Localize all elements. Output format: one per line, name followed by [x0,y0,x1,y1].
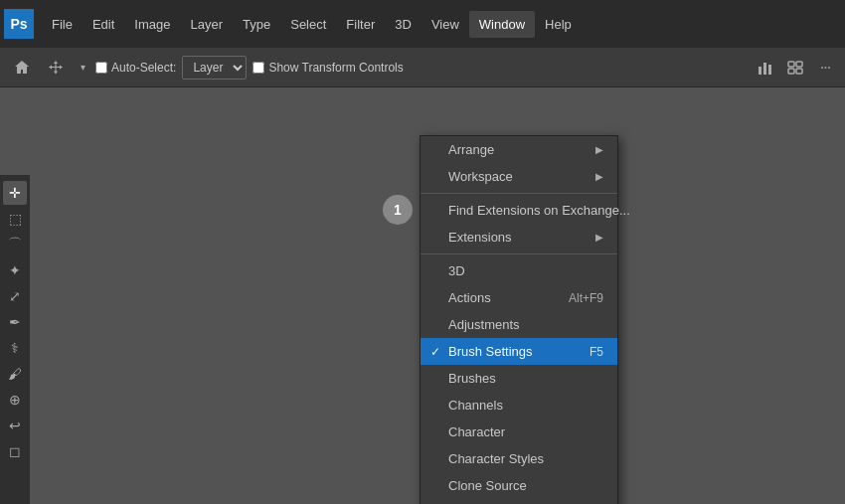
menu-select[interactable]: Select [280,11,336,38]
menu-brush-settings[interactable]: ✓ Brush Settings F5 [421,338,617,365]
menu-3d[interactable]: 3D [421,257,617,284]
layer-select[interactable]: Layer [182,56,247,80]
brush-tool[interactable]: 🖌 [3,362,27,386]
brush-settings-check-icon: ✓ [430,345,440,359]
ps-logo: Ps [4,9,34,39]
menu-workspace[interactable]: Workspace ▶ [421,163,617,190]
workspace-arrow-icon: ▶ [595,171,603,182]
menu-type[interactable]: Type [233,11,280,38]
menu-character[interactable]: Character [421,419,617,445]
menu-brushes[interactable]: Brushes [421,365,617,392]
show-transform-label: Show Transform Controls [253,61,403,75]
spot-heal-tool[interactable]: ⚕ [3,336,27,360]
menu-help[interactable]: Help [535,11,582,38]
menu-view[interactable]: View [422,11,469,38]
clone-tool[interactable]: ⊕ [3,388,27,412]
history-brush-tool[interactable]: ↩ [3,414,27,437]
more-options-icon[interactable]: ··· [813,56,837,80]
menu-extensions[interactable]: Extensions ▶ [421,224,617,251]
move-tool[interactable]: ✛ [3,181,27,205]
menu-character-styles[interactable]: Character Styles [421,445,617,472]
show-transform-checkbox[interactable] [253,62,264,74]
marquee-tool[interactable]: ⬚ [3,207,27,231]
window-dropdown-menu: Arrange ▶ Workspace ▶ Find Extensions on… [420,135,618,504]
extensions-arrow-icon: ▶ [595,232,603,243]
separator-2 [421,253,617,254]
left-toolbar: ✛ ⬚ ⌒ ✦ ⤢ ✒ ⚕ 🖌 ⊕ ↩ ◻ [0,175,30,504]
menu-actions[interactable]: Actions Alt+F9 [421,284,617,311]
move-tool-icon[interactable] [42,54,70,82]
toolbar-right: ··· [754,56,837,80]
menu-clone-source[interactable]: Clone Source [421,472,617,499]
menu-find-extensions[interactable]: Find Extensions on Exchange... [421,197,617,224]
menu-adjustments[interactable]: Adjustments [421,311,617,338]
brush-settings-shortcut: F5 [590,345,603,359]
eraser-tool[interactable]: ◻ [3,439,27,463]
crop-tool[interactable]: ⤢ [3,284,27,308]
step-badge: 1 [383,195,413,225]
lasso-tool[interactable]: ⌒ [3,233,27,256]
svg-rect-5 [788,69,794,74]
menu-edit[interactable]: Edit [83,11,124,38]
menu-filter[interactable]: Filter [336,11,385,38]
svg-rect-4 [796,62,802,67]
menu-layer[interactable]: Layer [181,11,234,38]
menu-window[interactable]: Window [469,11,535,38]
auto-select-label: Auto-Select: [95,61,176,75]
menu-color[interactable]: ✓ Color F6 [421,499,617,504]
toolbar-row: ▾ Auto-Select: Layer Show Transform Cont… [0,48,845,87]
menu-channels[interactable]: Channels [421,392,617,419]
home-icon[interactable] [8,54,36,82]
canvas-area: ✛ ⬚ ⌒ ✦ ⤢ ✒ ⚕ 🖌 ⊕ ↩ ◻ 1 Arrange ▶ Worksp… [0,87,845,504]
menu-bar: Ps File Edit Image Layer Type Select Fil… [0,0,845,48]
separator-1 [421,193,617,194]
svg-rect-3 [788,62,794,67]
quick-select-tool[interactable]: ✦ [3,258,27,282]
arrange-arrow-icon: ▶ [595,144,603,155]
move-tool-arrow[interactable]: ▾ [76,54,89,82]
svg-rect-6 [796,69,802,74]
menu-3d[interactable]: 3D [385,11,422,38]
histogram-icon[interactable] [754,56,777,80]
arrange-icon[interactable] [783,56,807,80]
actions-shortcut: Alt+F9 [569,291,603,305]
svg-rect-2 [768,65,771,75]
svg-rect-0 [759,67,761,75]
eyedropper-tool[interactable]: ✒ [3,310,27,334]
svg-rect-1 [763,63,766,75]
menu-image[interactable]: Image [124,11,180,38]
menu-arrange[interactable]: Arrange ▶ [421,136,617,163]
menu-file[interactable]: File [42,11,83,38]
auto-select-checkbox[interactable] [95,62,107,74]
